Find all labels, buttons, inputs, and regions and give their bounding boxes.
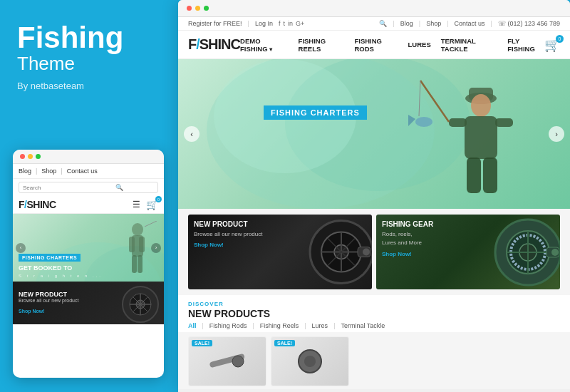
social-icons: f t in G+ xyxy=(279,20,304,27)
search-icon-util[interactable]: 🔍 xyxy=(379,20,387,27)
register-link[interactable]: Register for FREE! xyxy=(188,20,242,27)
brand-title: Fishing xyxy=(17,23,160,53)
svg-marker-30 xyxy=(408,115,415,126)
filter-tabs: All | Fishing Rods | Fishing Reels | Lur… xyxy=(188,322,560,329)
mobile-banner-sub: Browse all our new product xyxy=(19,298,78,303)
mobile-hero: FISHING CHARTERS GET BOOKED TO S t r a i… xyxy=(13,214,164,282)
product2-img xyxy=(289,347,331,376)
hero-arrow-left-mobile[interactable]: ‹ xyxy=(16,243,26,253)
search-icon: 🔍 xyxy=(115,184,123,191)
banner2-cta[interactable]: Shop Now! xyxy=(382,251,433,257)
banner2-reel-svg xyxy=(492,217,560,288)
svg-point-47 xyxy=(551,249,559,256)
filter-all[interactable]: All xyxy=(188,322,197,329)
new-product-banner: NEW PRODUCT Browse all our new product S… xyxy=(188,215,372,289)
desktop-cart[interactable]: 🛒 0 xyxy=(544,37,560,53)
mobile-mockup: Blog | Shop | Contact us 🔍 F/SHINC ☰ 🛒 0 xyxy=(13,150,164,378)
hero-prev-button[interactable]: ‹ xyxy=(184,126,200,142)
mobile-hero-sub: GET BOOKED TO xyxy=(19,264,72,272)
mobile-nav-links: Blog | Shop | Contact us xyxy=(13,164,164,179)
banner1-reel-svg xyxy=(308,218,372,286)
new-product-banner-text: NEW PRODUCT Browse all our new product S… xyxy=(194,220,263,248)
discover-label: DISCOVER xyxy=(188,301,560,307)
desktop-fisherman-svg xyxy=(406,66,549,209)
login-link[interactable]: Log In xyxy=(255,20,273,27)
filter-fishing-reels[interactable]: Fishing Reels xyxy=(260,322,299,329)
mobile-search-input[interactable] xyxy=(23,185,115,191)
mobile-hero-tagline: S t r a i g h t e n ... xyxy=(19,274,103,278)
mobile-banner-cta[interactable]: Shop Now! xyxy=(19,309,45,314)
mobile-cart-icon[interactable]: 🛒 0 xyxy=(146,199,158,210)
svg-rect-5 xyxy=(139,237,145,252)
desktop-hero: FISHING CHARTERS ‹ › xyxy=(178,59,570,209)
mobile-product-banner-text: NEW PRODUCT Browse all our new product S… xyxy=(19,291,78,316)
desktop-dot-yellow xyxy=(195,6,200,11)
desktop-content: Register for FREE! | Log In f t in G+ 🔍 … xyxy=(178,17,570,389)
mobile-shop-link[interactable]: Shop xyxy=(41,167,56,175)
utility-bar-left: Register for FREE! | Log In f t in G+ xyxy=(188,20,304,27)
mobile-contact-link[interactable]: Contact us xyxy=(67,167,98,175)
new-products-section: DISCOVER NEW PRODUCTS All | Fishing Rods… xyxy=(178,295,570,332)
mobile-blog-link[interactable]: Blog xyxy=(19,167,31,175)
svg-rect-6 xyxy=(132,255,137,273)
nav-fishing-rods[interactable]: FISHING RODS xyxy=(354,37,398,53)
nav-lures[interactable]: LURES xyxy=(408,41,431,48)
svg-point-51 xyxy=(304,356,316,367)
googleplus-icon[interactable]: G+ xyxy=(296,20,304,27)
nav-sep-2: | xyxy=(61,167,62,175)
left-panel: Fishing Theme By netbaseteam Blog | Shop… xyxy=(0,0,177,392)
banner1-title: NEW PRODUCT xyxy=(194,220,263,228)
product-sale-badge-2: SALE! xyxy=(274,340,295,346)
nav-sep-1: | xyxy=(36,167,37,175)
svg-rect-7 xyxy=(138,255,142,273)
mobile-product-banner: NEW PRODUCT Browse all our new product S… xyxy=(13,282,164,324)
svg-rect-24 xyxy=(495,118,513,127)
mobile-logo-row: F/SHINC ☰ 🛒 0 xyxy=(13,196,164,214)
mobile-search-bar: 🔍 xyxy=(19,182,158,193)
nav-terminal-tackle[interactable]: TERMINAL TACKLE xyxy=(441,37,498,53)
desktop-logo: F/SHINC xyxy=(188,36,240,53)
desktop-dot-green xyxy=(204,6,209,11)
svg-rect-23 xyxy=(449,118,467,127)
filter-lures[interactable]: Lures xyxy=(312,322,328,329)
product-card-1[interactable]: SALE! xyxy=(188,336,266,386)
util-blog-link[interactable]: Blog xyxy=(400,20,413,27)
nav-fishing-reels[interactable]: FISHING REELS xyxy=(299,37,345,53)
utility-bar-right: 🔍 | Blog | Shop | Contact us | ☏ (012) 1… xyxy=(379,20,560,27)
hero-next-button[interactable]: › xyxy=(549,126,564,142)
twitter-icon[interactable]: t xyxy=(283,20,285,27)
product-card-2[interactable]: SALE! xyxy=(271,336,349,386)
filter-terminal-tackle[interactable]: Terminal Tackle xyxy=(341,322,385,329)
banner1-cta[interactable]: Shop Now! xyxy=(194,242,263,248)
dot-yellow xyxy=(28,154,33,159)
mobile-fisherman-svg xyxy=(118,221,157,282)
desktop-fisherman-area xyxy=(406,66,549,209)
mobile-banner-title: NEW PRODUCT xyxy=(19,291,78,298)
linkedin-icon[interactable]: in xyxy=(288,20,293,27)
mobile-cart-badge: 0 xyxy=(155,196,162,202)
desktop-cart-badge: 0 xyxy=(556,35,564,43)
main-nav: F/SHINC DEMO FISHING FISHING REELS FISHI… xyxy=(178,31,570,59)
banner1-sub: Browse all our new product xyxy=(194,230,263,238)
nav-menu: DEMO FISHING FISHING REELS FISHING RODS … xyxy=(240,37,544,53)
util-contact-link[interactable]: Contact us xyxy=(455,20,485,27)
util-shop-link[interactable]: Shop xyxy=(426,20,441,27)
phone-number: ☏ (012) 123 456 789 xyxy=(498,20,560,27)
svg-point-49 xyxy=(232,356,244,367)
mobile-reel-svg xyxy=(121,285,160,324)
product-banners: NEW PRODUCT Browse all our new product S… xyxy=(178,209,570,295)
mobile-top-bar xyxy=(13,150,164,164)
desktop-top-bar xyxy=(178,0,570,17)
svg-point-21 xyxy=(471,94,491,117)
utility-bar: Register for FREE! | Log In f t in G+ 🔍 … xyxy=(178,17,570,31)
nav-demo-fishing[interactable]: DEMO FISHING xyxy=(240,37,289,53)
hamburger-icon[interactable]: ☰ xyxy=(133,200,140,210)
nav-fly-fishing[interactable]: FLY FISHING xyxy=(507,37,544,53)
dot-green xyxy=(36,154,41,159)
desktop-dot-red xyxy=(187,6,192,11)
facebook-icon[interactable]: f xyxy=(279,20,281,27)
util-sep: | xyxy=(248,20,249,27)
filter-fishing-rods[interactable]: Fishing Rods xyxy=(209,322,247,329)
banner2-sub: Rods, reels,Lures and More xyxy=(382,230,433,247)
desktop-hero-label: FISHING CHARTERS xyxy=(264,105,367,120)
